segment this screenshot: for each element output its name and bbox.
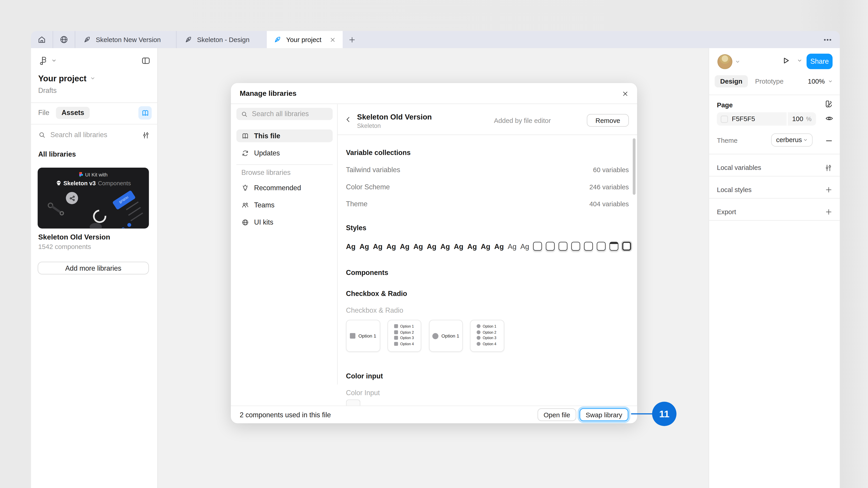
library-book-icon: [141, 109, 149, 117]
nav-recommended[interactable]: Recommended: [237, 182, 333, 194]
nav-updates[interactable]: Updates: [237, 147, 333, 159]
footer-summary: 2 components used in this file: [240, 411, 331, 418]
tab-your-project-active[interactable]: Your project: [267, 31, 343, 48]
browse-button[interactable]: [53, 31, 75, 48]
component-preview-radio-group[interactable]: Option 1 Option 2 Option 3 Option 4: [470, 320, 504, 352]
divider: [337, 134, 637, 135]
chevron-down-icon[interactable]: [797, 58, 802, 63]
plus-icon: [825, 186, 833, 194]
component-preview-checkbox-group[interactable]: Option 1 Option 2 Option 3 Option 4: [388, 320, 421, 352]
annotation-step-badge: 11: [652, 402, 677, 426]
option-label: Option 1: [400, 324, 414, 328]
remove-theme-button[interactable]: [825, 137, 833, 147]
theme-value: cerberus: [776, 136, 802, 144]
thumb-dot-shape: [122, 228, 125, 229]
page-color-input[interactable]: F5F5F5: [717, 112, 786, 126]
back-button[interactable]: [344, 115, 352, 125]
library-button[interactable]: [138, 106, 152, 120]
variable-name: Color Scheme: [346, 183, 390, 191]
text-style-sample: Ag: [346, 242, 355, 250]
tab-skeleton-design[interactable]: Skeleton - Design: [177, 31, 267, 48]
thumb-line1: UI Kit with: [38, 172, 149, 177]
sidebar-search-input[interactable]: Search all libraries: [38, 131, 138, 139]
local-styles-label: Local styles: [717, 186, 752, 194]
chevron-down-icon: [90, 76, 95, 81]
opacity-value: 100: [792, 115, 803, 123]
lightbulb-icon: [241, 184, 249, 192]
nav-this-file[interactable]: This file: [237, 129, 333, 142]
component-preview-partial: [346, 399, 361, 405]
local-variables-row[interactable]: Local variables: [717, 159, 833, 176]
project-title-dropdown[interactable]: Your project: [38, 74, 95, 83]
variable-value: 246 variables: [589, 183, 629, 191]
tab-prototype[interactable]: Prototype: [755, 77, 783, 85]
option-label: Option 1: [441, 333, 459, 338]
group-title: Checkbox & Radio: [346, 290, 407, 297]
checkbox-glyph: [394, 324, 398, 328]
nav-teams[interactable]: Teams: [237, 199, 333, 211]
text-style-sample: Ag: [494, 242, 504, 250]
present-play-icon[interactable]: [781, 56, 791, 65]
modal-search-input[interactable]: Search all libraries: [237, 108, 333, 120]
text-style-sample: Ag: [386, 242, 396, 250]
zoom-dropdown[interactable]: 100%: [808, 77, 833, 85]
option-label: Option 4: [400, 341, 414, 346]
figma-color-logo-icon: [79, 172, 83, 177]
open-file-button[interactable]: Open file: [537, 408, 577, 421]
modal-header: Manage libraries: [231, 83, 637, 104]
minus-icon: [825, 137, 833, 145]
option-label: Option 3: [483, 336, 496, 340]
tab-label: Your project: [286, 36, 325, 43]
tab-design[interactable]: Design: [715, 75, 748, 88]
teams-people-icon: [241, 201, 249, 209]
home-icon: [37, 35, 46, 44]
chevron-down-icon: [803, 138, 808, 142]
topbar-more-button[interactable]: [815, 31, 840, 48]
thumb-share-shape: [66, 192, 78, 204]
main-menu[interactable]: [39, 56, 56, 65]
theme-label: Theme: [717, 137, 737, 144]
local-styles-row[interactable]: Local styles: [717, 182, 833, 198]
page-color-visibility-button[interactable]: [825, 114, 834, 125]
search-icon: [241, 110, 248, 118]
globe-icon: [241, 218, 249, 226]
share-button[interactable]: Share: [807, 54, 833, 69]
account-menu[interactable]: [717, 54, 740, 69]
export-row[interactable]: Export: [717, 203, 833, 220]
radio-glyph: [477, 324, 480, 328]
effect-style-swatch: [597, 242, 606, 251]
modal-close-button[interactable]: [619, 88, 630, 99]
screenshot-stage: Skeleton New Version Skeleton - Design Y…: [0, 0, 868, 488]
library-card-thumbnail[interactable]: UI Kit with Skeleton v3 Components: [38, 168, 149, 228]
close-tab-icon[interactable]: [329, 36, 336, 43]
page-swatches-button[interactable]: [825, 100, 833, 111]
new-tab-button[interactable]: [343, 31, 362, 48]
nav-ui-kits[interactable]: UI kits: [237, 216, 333, 228]
option-label: Option 2: [483, 330, 496, 334]
text-style-sample: Ag: [467, 242, 477, 250]
tab-skeleton-new-version[interactable]: Skeleton New Version: [75, 31, 176, 48]
tab-file[interactable]: File: [38, 109, 49, 117]
swap-library-button[interactable]: Swap library: [580, 408, 628, 421]
avatar: [717, 54, 733, 69]
remove-button[interactable]: Remove: [587, 114, 629, 127]
theme-dropdown[interactable]: cerberus: [771, 133, 813, 147]
canvas-area[interactable]: Manage libraries Search all libraries Th…: [158, 48, 709, 488]
modal-nav-divider: [337, 104, 338, 385]
checkbox-glyph: [350, 333, 355, 338]
filter-button[interactable]: [142, 131, 150, 142]
component-preview-checkbox-single[interactable]: Option 1: [346, 320, 380, 352]
variable-name: Theme: [346, 200, 368, 208]
tab-assets[interactable]: Assets: [56, 107, 90, 119]
home-button[interactable]: [31, 31, 53, 48]
page-opacity-input[interactable]: 100 %: [788, 112, 816, 126]
toggle-panel-button[interactable]: [141, 56, 151, 67]
book-icon: [241, 132, 249, 140]
component-preview-radio-single[interactable]: Option 1: [429, 320, 463, 352]
modal-scrollbar[interactable]: [633, 138, 635, 195]
added-by-label: Added by file editor: [468, 117, 551, 125]
library-count: 1542 components: [38, 243, 91, 251]
effect-style-swatch: [546, 242, 555, 251]
chevron-down-icon: [828, 79, 833, 84]
add-more-libraries-button[interactable]: Add more libraries: [38, 262, 149, 274]
